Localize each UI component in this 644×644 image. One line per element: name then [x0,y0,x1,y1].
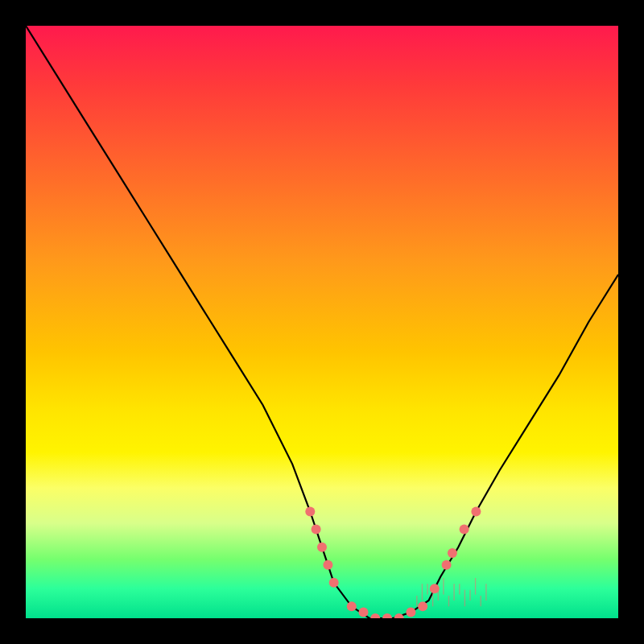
data-marker [347,601,357,611]
data-marker [329,578,339,588]
axis-border-top [0,0,644,26]
chart-frame [26,26,618,618]
marker-group [305,507,481,619]
data-marker [418,601,427,611]
bottleneck-curve [26,26,618,618]
data-marker [460,525,469,535]
data-marker [448,548,457,558]
data-marker [323,560,332,570]
axis-border-left [0,0,26,644]
data-marker [312,525,321,535]
axis-border-right [618,0,644,644]
data-marker [359,608,369,617]
data-marker [471,507,481,517]
data-marker [406,608,415,617]
axis-border-bottom [0,618,644,644]
data-marker [442,560,452,570]
data-marker [317,543,327,552]
data-marker [305,507,315,517]
chart-svg [26,26,618,618]
